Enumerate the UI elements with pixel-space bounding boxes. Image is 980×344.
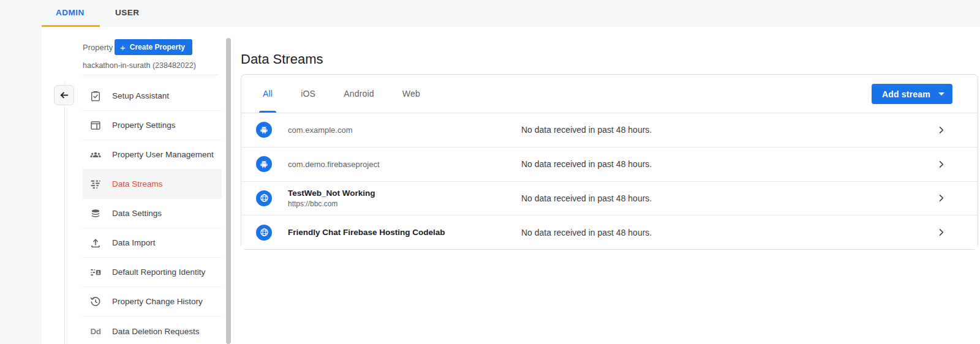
stream-status: No data received in past 48 hours. [521,228,652,237]
stream-name: com.demo.firebaseproject [288,160,521,169]
sidebar-item-label: Data Streams [112,179,163,189]
sidebar-item-data-import[interactable]: Data Import [83,228,222,258]
history-icon [89,296,102,308]
setup-assistant-icon [89,90,102,102]
sidebar-item-label: Data Settings [112,209,162,218]
top-bar: ADMIN USER [0,0,980,27]
property-menu: Setup Assistant Property Settings Proper… [83,81,222,344]
chevron-right-icon [937,193,946,203]
web-globe-icon [256,190,272,206]
stream-status: No data received in past 48 hours. [521,159,652,169]
data-streams-card: All iOS Android Web Add stream com.exam [241,74,978,250]
sidebar-item-setup-assistant[interactable]: Setup Assistant [83,81,222,111]
database-icon [89,208,102,220]
stream-status: No data received in past 48 hours. [521,125,652,135]
sidebar-item-label: Data Deletion Requests [112,327,200,336]
sidebar-item-label: Default Reporting Identity [112,267,205,277]
sidebar-item-data-settings[interactable]: Data Settings [83,199,222,228]
sidebar-item-label: Setup Assistant [112,91,169,100]
sidebar-item-property-user-management[interactable]: Property User Management [83,140,222,170]
page-title: Data Streams [241,51,323,67]
identity-card-icon [89,266,102,279]
column-divider [64,81,65,344]
stream-name: com.example.com [288,125,521,135]
tab-user[interactable]: USER [115,8,140,17]
android-icon [256,122,272,138]
property-column-label: Property [83,43,113,52]
android-icon [256,156,272,172]
chevron-right-icon [937,125,946,135]
people-icon [89,149,102,161]
data-streams-icon [89,178,102,190]
sidebar-item-property-change-history[interactable]: Property Change History [83,287,222,316]
chevron-right-icon [937,160,946,169]
tab-admin[interactable]: ADMIN [56,8,85,17]
tab-android[interactable]: Android [330,75,388,113]
stream-row[interactable]: com.demo.firebaseproject No data receive… [241,148,978,182]
sidebar-item-data-streams[interactable]: Data Streams [83,170,222,199]
admin-tab-underline [42,25,100,27]
stream-name: Friendly Chat Firebase Hosting Codelab [288,228,521,237]
stream-status: No data received in past 48 hours. [521,193,652,203]
tab-ios[interactable]: iOS [287,75,330,113]
stream-url: https://bbc.com [288,200,521,208]
sidebar-item-label: Property Settings [112,121,176,130]
sidebar-item-label: Property Change History [112,297,203,306]
stream-name: TestWeb_Not Working [288,189,521,198]
tab-web[interactable]: Web [388,75,434,113]
sidebar-item-label: Data Import [112,238,156,247]
stream-row[interactable]: com.example.com No data received in past… [241,113,978,148]
chevron-down-icon [938,92,944,95]
create-property-button[interactable]: + Create Property [115,39,192,55]
plus-icon: + [120,43,126,52]
sidebar-scrollbar[interactable] [226,38,231,344]
tab-all[interactable]: All [249,75,287,113]
dd-icon: Dd [89,325,102,337]
sidebar-divider [83,75,219,75]
sidebar-item-default-reporting-identity[interactable]: Default Reporting Identity [83,258,222,287]
left-rail [0,27,42,344]
chevron-right-icon [937,228,946,237]
collapse-column-button[interactable] [54,85,74,105]
add-stream-button[interactable]: Add stream [872,84,952,104]
sidebar-item-data-deletion-requests[interactable]: Dd Data Deletion Requests [83,316,222,344]
upload-icon [89,237,102,249]
stream-list: com.example.com No data received in past… [241,113,978,249]
arrow-left-icon [59,90,69,100]
sidebar-item-label: Property User Management [112,150,214,159]
web-globe-icon [256,225,272,241]
property-settings-icon [89,119,102,132]
stream-row[interactable]: Friendly Chat Firebase Hosting Codelab N… [241,215,978,249]
property-selector[interactable]: hackathon-in-surath (238482022) [83,61,196,70]
stream-row[interactable]: TestWeb_Not Working https://bbc.com No d… [241,182,978,216]
stream-filter-bar: All iOS Android Web Add stream [241,75,978,113]
sidebar-item-property-settings[interactable]: Property Settings [83,111,222,140]
